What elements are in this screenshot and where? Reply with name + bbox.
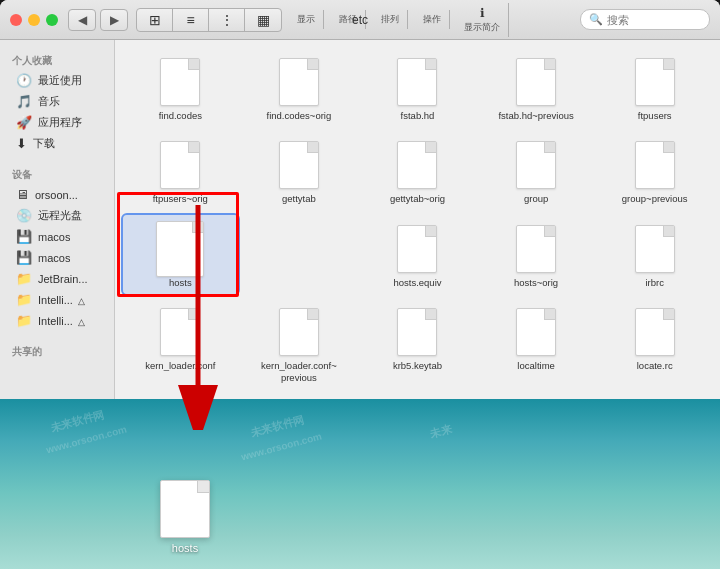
file-icon xyxy=(512,54,560,110)
file-icon xyxy=(631,54,679,110)
file-item-irbrc[interactable]: irbrc xyxy=(597,215,712,294)
sidebar-item-downloads[interactable]: ⬇ 下载 xyxy=(4,133,110,154)
file-label: locate.rc xyxy=(637,360,673,371)
file-item-hosts[interactable]: hosts xyxy=(123,215,238,294)
nav-buttons: ◀ ▶ xyxy=(68,9,128,31)
search-box[interactable]: 🔍 xyxy=(580,9,710,30)
traffic-lights xyxy=(10,14,58,26)
display-btn[interactable]: 显示 xyxy=(288,10,324,29)
sidebar-item-recent[interactable]: 🕐 最近使用 xyxy=(4,70,110,91)
sort-btn[interactable]: 排列 xyxy=(372,10,408,29)
file-label: irbrc xyxy=(645,277,663,288)
computer-icon: 🖥 xyxy=(16,187,29,202)
minimize-button[interactable] xyxy=(28,14,40,26)
window-title: etc xyxy=(352,13,368,27)
file-label: find.codes~orig xyxy=(267,110,332,121)
folder-icon-3: 📁 xyxy=(16,313,32,328)
forward-button[interactable]: ▶ xyxy=(100,9,128,31)
shared-header: 共享的 xyxy=(0,339,114,361)
file-label: kern_loader.conf xyxy=(145,360,215,371)
sidebar-item-label: macos xyxy=(38,231,70,243)
search-icon: 🔍 xyxy=(589,13,603,26)
destination-file-label: hosts xyxy=(172,542,198,554)
file-label: hosts~orig xyxy=(514,277,558,288)
sidebar-item-label: 最近使用 xyxy=(38,73,82,88)
folder-icon-2: 📁 xyxy=(16,292,32,307)
disc-icon: 💿 xyxy=(16,208,32,223)
file-icon xyxy=(393,304,441,360)
file-label: ftpusers~orig xyxy=(153,193,208,204)
close-button[interactable] xyxy=(10,14,22,26)
file-label: localtime xyxy=(517,360,555,371)
sidebar-item-apps[interactable]: 🚀 应用程序 xyxy=(4,112,110,133)
file-item-locate-rc[interactable]: locate.rc xyxy=(597,298,712,389)
file-icon xyxy=(512,137,560,193)
destination-file: hosts xyxy=(160,480,210,554)
file-label: find.codes xyxy=(159,110,202,121)
file-item-find-codes[interactable]: find.codes xyxy=(123,48,238,127)
sidebar-item-label: 音乐 xyxy=(38,94,60,109)
file-item-gettytab[interactable]: gettytab xyxy=(242,131,357,210)
file-item-hosts-orig[interactable]: hosts~orig xyxy=(479,215,594,294)
file-icon xyxy=(156,304,204,360)
sidebar-item-macos2[interactable]: 💾 macos xyxy=(4,247,110,268)
file-item-empty xyxy=(242,215,357,294)
file-icon xyxy=(275,137,323,193)
file-item-kern-loader-prev[interactable]: kern_loader.conf~previous xyxy=(242,298,357,389)
view-buttons: ⊞ ≡ ⋮ ▦ xyxy=(136,8,282,32)
sidebar-item-orsoon[interactable]: 🖥 orsoon... xyxy=(4,184,110,205)
file-icon xyxy=(156,54,204,110)
shared-section: 共享的 xyxy=(0,339,114,361)
action-btn[interactable]: 操作 xyxy=(414,10,450,29)
file-icon xyxy=(512,304,560,360)
sidebar-item-label: 应用程序 xyxy=(38,115,82,130)
file-item-group[interactable]: group xyxy=(479,131,594,210)
sidebar-item-intelli1[interactable]: 📁 Intelli... △ xyxy=(4,289,110,310)
file-item-ftpusers[interactable]: ftpusers xyxy=(597,48,712,127)
info-btn[interactable]: ℹ 显示简介 xyxy=(456,3,509,37)
file-icon xyxy=(275,54,323,110)
icon-view-btn[interactable]: ⊞ xyxy=(137,9,173,31)
file-item-ftpusers-orig[interactable]: ftpusers~orig xyxy=(123,131,238,210)
personal-section: 个人收藏 🕐 最近使用 🎵 音乐 🚀 应用程序 ⬇ 下载 xyxy=(0,48,114,154)
personal-header: 个人收藏 xyxy=(0,48,114,70)
drive-icon: 💾 xyxy=(16,229,32,244)
recent-icon: 🕐 xyxy=(16,73,32,88)
sidebar-item-music[interactable]: 🎵 音乐 xyxy=(4,91,110,112)
devices-section: 设备 🖥 orsoon... 💿 远程光盘 💾 macos 💾 macos xyxy=(0,162,114,331)
column-view-btn[interactable]: ⋮ xyxy=(209,9,245,31)
maximize-button[interactable] xyxy=(46,14,58,26)
file-label: gettytab~orig xyxy=(390,193,445,204)
sidebar-item-remote[interactable]: 💿 远程光盘 xyxy=(4,205,110,226)
sidebar-item-intelli2[interactable]: 📁 Intelli... △ xyxy=(4,310,110,331)
file-label: group xyxy=(524,193,548,204)
file-icon xyxy=(275,221,323,277)
file-item-kern-loader[interactable]: kern_loader.conf xyxy=(123,298,238,389)
sidebar-item-jetbrains[interactable]: 📁 JetBrain... xyxy=(4,268,110,289)
devices-header: 设备 xyxy=(0,162,114,184)
file-icon xyxy=(393,221,441,277)
list-view-btn[interactable]: ≡ xyxy=(173,9,209,31)
file-item-gettytab-orig[interactable]: gettytab~orig xyxy=(360,131,475,210)
file-label: group~previous xyxy=(622,193,688,204)
file-icon xyxy=(631,137,679,193)
sidebar-item-label: 远程光盘 xyxy=(38,208,82,223)
file-label: hosts.equiv xyxy=(393,277,441,288)
search-input[interactable] xyxy=(607,14,701,26)
file-item-fstab-hd[interactable]: fstab.hd xyxy=(360,48,475,127)
destination-file-icon xyxy=(160,480,210,538)
music-icon: 🎵 xyxy=(16,94,32,109)
back-button[interactable]: ◀ xyxy=(68,9,96,31)
file-icon xyxy=(156,221,204,277)
file-label: hosts xyxy=(169,277,192,288)
file-item-krb5[interactable]: krb5.keytab xyxy=(360,298,475,389)
file-item-localtime[interactable]: localtime xyxy=(479,298,594,389)
file-icon xyxy=(156,137,204,193)
flow-view-btn[interactable]: ▦ xyxy=(245,9,281,31)
sidebar-item-macos1[interactable]: 💾 macos xyxy=(4,226,110,247)
file-icon xyxy=(512,221,560,277)
file-item-group-prev[interactable]: group~previous xyxy=(597,131,712,210)
file-item-find-codes-orig[interactable]: find.codes~orig xyxy=(242,48,357,127)
file-item-fstab-hd-prev[interactable]: fstab.hd~previous xyxy=(479,48,594,127)
file-item-hosts-equiv[interactable]: hosts.equiv xyxy=(360,215,475,294)
